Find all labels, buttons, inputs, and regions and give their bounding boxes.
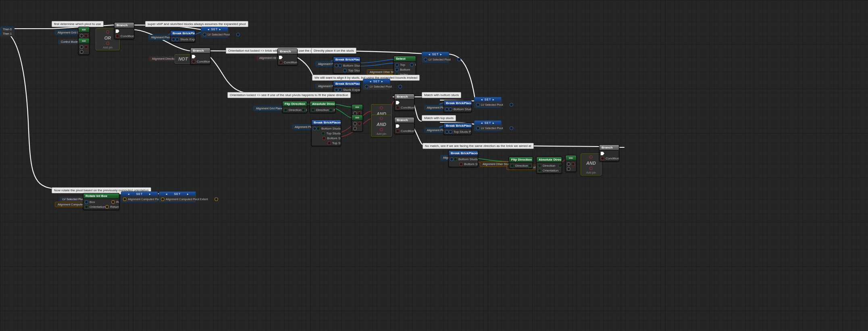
equals-node-5[interactable]: == — [565, 155, 577, 172]
branch-bottom[interactable]: Branch Condition TrueFalse — [394, 94, 414, 111]
and-node-3[interactable]: ANDAdd pin — [581, 153, 602, 176]
comment-7[interactable]: Match with bottom studs — [422, 92, 461, 98]
and-node-2[interactable]: ANDAdd pin — [371, 115, 392, 137]
select-node[interactable]: Select Top Bottom Index Return Value — [393, 56, 416, 78]
break-pivots-1[interactable]: Break BrickPlacementPivots Studs Expande… — [170, 30, 195, 42]
set-pivot-offset[interactable]: ◂SET▸ Alignment Computed Pivot Offset — [121, 191, 158, 202]
comment-8[interactable]: Match with top studs — [422, 115, 456, 121]
break-pivots-3[interactable]: Break BrickPlacementPivots Studs Expande… — [333, 81, 360, 93]
comment-6[interactable]: Orientation locked => see if one of the … — [227, 92, 351, 98]
rotate-box-node[interactable]: Rotate Int Box Box Orientation Return Va… — [83, 193, 119, 210]
add-pin-label[interactable]: Add pin — [97, 46, 118, 49]
break-pivots-2[interactable]: Break BrickPlacementPivots Bottom Studs … — [333, 57, 360, 73]
comment-9[interactable]: No match, see if we are facing the same … — [423, 143, 534, 149]
set-selected-pivot-4[interactable]: ◂SET▸ LV Selected Pivot — [474, 97, 502, 108]
set-pivot-extent[interactable]: ◂SET▸ Alignment Computed Pivot Extent — [159, 191, 196, 202]
var-control-mode[interactable]: Control Mode — [58, 39, 81, 44]
set-selected-pivot-3[interactable]: ◂SET▸ LV Selected Pivot — [363, 79, 390, 90]
not-node[interactable]: NOT — [175, 54, 192, 64]
sequence-output-then1[interactable]: Then 1 — [0, 31, 15, 36]
condition-pin: Condition — [116, 34, 134, 38]
branch-4[interactable]: Branch Condition TrueFalse — [599, 145, 619, 161]
break-pivots-5[interactable]: Break BrickPlacementPivots Bottom Studs … — [443, 100, 472, 112]
break-pivots-6[interactable]: Break BrickPlacementPivots Top Studs Piv… — [443, 123, 472, 135]
set-selected-pivot-2[interactable]: ◂SET▸ LV Selected Pivot — [422, 52, 449, 63]
comment-4[interactable]: Directly place it on the studs — [311, 48, 356, 54]
branch-top[interactable]: Branch Condition TrueFalse — [394, 117, 414, 134]
comment-1[interactable]: first determine which pivot to use — [52, 21, 104, 27]
flip-direction-2[interactable]: Flip Direction DirectionReturn Value — [509, 157, 533, 169]
comment-3[interactable]: Orientation not locked => brick will be … — [226, 48, 319, 54]
set-selected-pivot-5[interactable]: ◂SET▸ LV Selected Pivot — [474, 120, 502, 131]
break-pivots-7[interactable]: Break BrickPlacementPivots Bottom Studs … — [448, 150, 478, 167]
comment-2[interactable]: super v6IP and slum/tied blocks always a… — [145, 21, 248, 27]
graph-canvas[interactable] — [0, 0, 868, 331]
equals-header: == — [79, 27, 89, 33]
set-selected-pivot-1[interactable]: ◂SET▸ LV Selected Pivot — [201, 27, 228, 38]
branch-2[interactable]: Branch Condition TrueFalse — [190, 48, 210, 65]
equals-node-2[interactable]: == — [78, 38, 90, 55]
branch-header: Branch — [114, 23, 134, 28]
branch-1[interactable]: Branch Condition True False — [114, 22, 134, 39]
flip-direction-1[interactable]: Flip Direction DirectionReturn Value — [282, 101, 307, 113]
absolute-direction-2[interactable]: Absolute Direction Direction Orientation… — [536, 157, 562, 174]
break-pivots-4[interactable]: Break BrickPlacementPivots Bottom Studs … — [311, 119, 341, 146]
branch-3[interactable]: Branch Condition TrueFalse — [277, 48, 298, 65]
absolute-direction-1[interactable]: Absolute Direction DirectionReturn Value — [310, 101, 335, 113]
equals-node-4[interactable]: == — [352, 115, 363, 132]
